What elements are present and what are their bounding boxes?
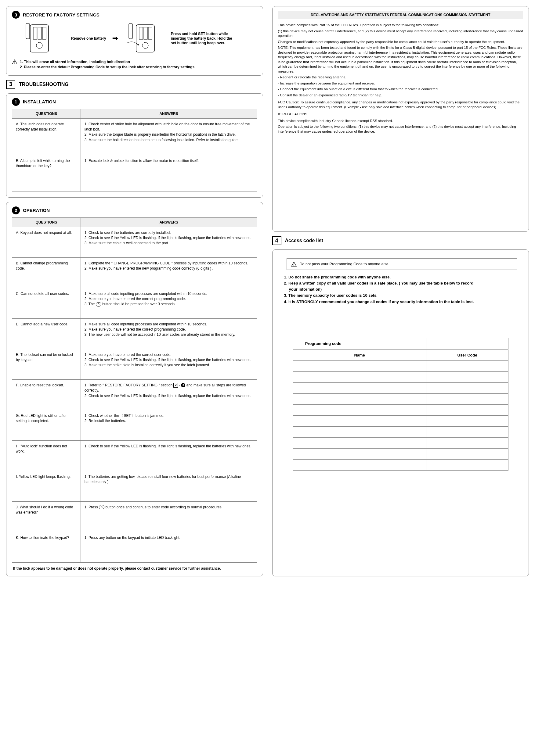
answer-cell: 1. Complete the " CHANGE PROGRAMMING COD… xyxy=(81,257,257,288)
access-warning-box: Do not pass your Programming Code to any… xyxy=(287,258,517,270)
decl-ic-head: IC REGULATIONS xyxy=(278,112,523,117)
table-row xyxy=(293,404,508,415)
svg-point-12 xyxy=(138,44,139,45)
user-code-cell[interactable] xyxy=(426,426,508,437)
step-badge-3: 3 xyxy=(12,11,20,18)
operation-panel: 2 OPERATION QUESTIONS ANSWERS A. Keypad … xyxy=(6,202,263,576)
table-row: J. What should I do if a wrong code was … xyxy=(12,501,257,532)
code-table: Programming code Name User Code xyxy=(293,338,508,471)
svg-rect-3 xyxy=(38,27,42,39)
installation-title: INSTALLATION xyxy=(23,99,56,104)
restore-title: RESTORE TO FACTORY SETTINGS xyxy=(23,12,99,17)
th-name: Name xyxy=(293,349,426,361)
col-answers: ANSWERS xyxy=(81,109,257,118)
decl-p5: FCC Caution: To assure continued complia… xyxy=(278,100,523,109)
answer-cell: 1. Execute lock & unlock function to all… xyxy=(81,155,257,192)
question-cell: J. What should I do if a wrong code was … xyxy=(12,501,81,532)
operation-note: If the lock appears to be damaged or doe… xyxy=(12,566,257,571)
table-row: I. Yellow LED light keeps flashing.1. Th… xyxy=(12,471,257,501)
restore-illustration-row: Remove one battery ➡ Press and hold SET … xyxy=(24,22,257,55)
question-cell: B. Cannot change programming code. xyxy=(12,257,81,288)
restore-panel: 3 RESTORE TO FACTORY SETTINGS Remove one… xyxy=(6,6,263,76)
name-cell[interactable] xyxy=(293,426,426,437)
question-cell: A. Keypad does not respond at all. xyxy=(12,227,81,257)
table-row xyxy=(293,382,508,393)
svg-rect-8 xyxy=(139,27,143,39)
question-cell: G. Red LED light is still on after setti… xyxy=(12,410,81,440)
svg-rect-2 xyxy=(33,27,37,39)
name-cell[interactable] xyxy=(293,415,426,426)
col-answers: ANSWERS xyxy=(81,217,257,227)
col-questions: QUESTIONS xyxy=(12,217,81,227)
user-code-cell[interactable] xyxy=(426,404,508,415)
name-cell[interactable] xyxy=(293,459,426,470)
question-cell: D. Cannot add a new user code. xyxy=(12,318,81,349)
question-cell: I. Yellow LED light keeps flashing. xyxy=(12,471,81,501)
answer-cell: 1. Make sure all code inputting processe… xyxy=(81,318,257,349)
table-row: D. Cannot add a new user code.1. Make su… xyxy=(12,318,257,349)
user-code-cell[interactable] xyxy=(426,361,508,371)
decl-p7: Operation is subject to the following tw… xyxy=(278,124,523,134)
decl-b4: - Consult the dealer or an experienced r… xyxy=(278,93,523,98)
access-title: Access code list xyxy=(285,238,323,243)
name-cell[interactable] xyxy=(293,393,426,404)
table-row: H. "Auto lock" function does not work.1.… xyxy=(12,440,257,471)
table-row: K. How to illuminate the keypad?1. Press… xyxy=(12,532,257,562)
name-cell[interactable] xyxy=(293,448,426,459)
name-cell[interactable] xyxy=(293,371,426,382)
installation-panel: 1 INSTALLATION QUESTIONS ANSWERS A. The … xyxy=(6,93,263,198)
answer-cell: 1. Refer to " RESTORE FACTORY SETTING " … xyxy=(81,379,257,410)
svg-rect-4 xyxy=(42,27,46,39)
caption-press-set: Press and hold SET button while insertin… xyxy=(171,32,235,45)
svg-rect-0 xyxy=(30,25,48,52)
step-badge-1: 1 xyxy=(12,98,20,106)
answer-cell: 1. Make sure all code inputting processe… xyxy=(81,288,257,318)
right-column: DECLARATIONS AND SAFETY STATEMENTS FEDER… xyxy=(272,6,529,576)
section-number-3: 3 xyxy=(6,80,15,89)
user-code-cell[interactable] xyxy=(426,371,508,382)
answer-cell: 1. Check to see if the Yellow LED is fla… xyxy=(81,440,257,471)
user-code-cell[interactable] xyxy=(426,448,508,459)
question-cell: E. The lockset can not be unlocked by ke… xyxy=(12,349,81,379)
svg-rect-9 xyxy=(144,27,147,39)
access-l4: 4. It is STRONGLY recommended you change… xyxy=(284,299,523,305)
name-cell[interactable] xyxy=(293,361,426,371)
th-programming-code: Programming code xyxy=(293,338,426,349)
table-row xyxy=(293,371,508,382)
caption-remove-battery: Remove one battery xyxy=(71,36,106,41)
name-cell[interactable] xyxy=(293,404,426,415)
c-button-icon: C xyxy=(99,505,104,509)
table-row: A. Keypad does not respond at all.1. Che… xyxy=(12,227,257,257)
c-button-icon: C xyxy=(96,302,101,307)
name-cell[interactable] xyxy=(293,382,426,393)
table-row xyxy=(293,361,508,371)
section-number-4: 4 xyxy=(272,236,281,245)
decl-b1: - Reorient or relocate the receiving ant… xyxy=(278,75,523,80)
answer-cell: 1. Check whether the 〔SET〕 button is jam… xyxy=(81,410,257,440)
user-code-cell[interactable] xyxy=(426,382,508,393)
table-row: E. The lockset can not be unlocked by ke… xyxy=(12,349,257,379)
user-code-cell[interactable] xyxy=(426,437,508,448)
table-row xyxy=(293,426,508,437)
svg-rect-6 xyxy=(136,25,155,52)
user-code-cell[interactable] xyxy=(426,393,508,404)
decl-p4: NOTE: This equipment has been tested and… xyxy=(278,45,523,74)
table-row xyxy=(293,393,508,404)
arrow-icon: ➡ xyxy=(112,35,118,42)
access-l2: 2. Keep a written copy of all vaild user… xyxy=(284,280,523,286)
decl-b2: - Increase the separation between the eq… xyxy=(278,81,523,86)
table-row xyxy=(293,459,508,470)
answer-cell: 1. Press any button on the keypad to ini… xyxy=(81,532,257,562)
question-cell: H. "Auto lock" function does not work. xyxy=(12,440,81,471)
access-warning-text: Do not pass your Programming Code to any… xyxy=(300,262,390,266)
svg-rect-10 xyxy=(148,27,152,39)
answer-cell: 1. Check center of strike hole for align… xyxy=(81,118,257,155)
operation-table: QUESTIONS ANSWERS A. Keypad does not res… xyxy=(12,217,257,563)
svg-rect-1 xyxy=(26,23,30,39)
question-cell: A. The latch does not operate correctly … xyxy=(12,118,81,155)
access-l2b: your information) xyxy=(289,286,523,292)
user-code-cell[interactable] xyxy=(426,415,508,426)
access-l3: 3. The memory capacity for user codes is… xyxy=(284,292,523,299)
name-cell[interactable] xyxy=(293,437,426,448)
user-code-cell[interactable] xyxy=(426,459,508,470)
